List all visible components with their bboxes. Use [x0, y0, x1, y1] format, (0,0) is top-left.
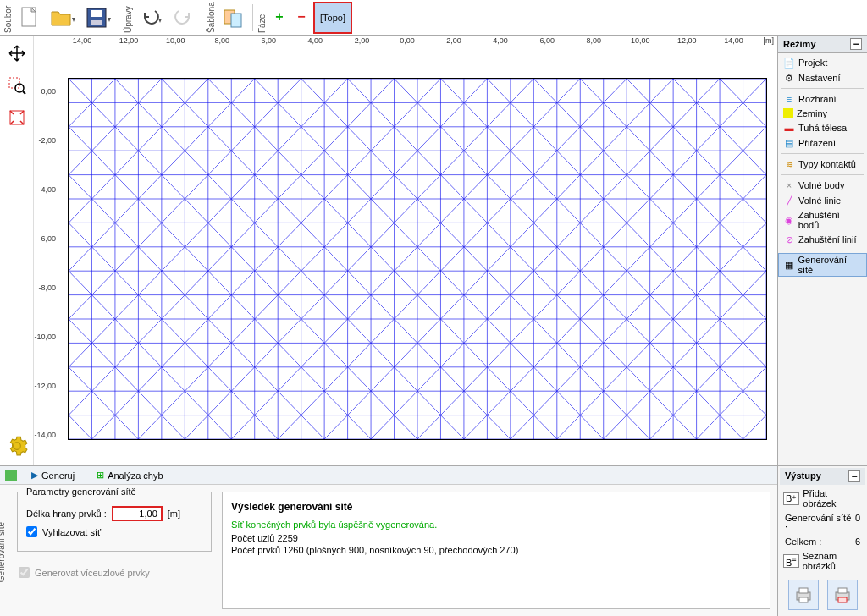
mode-soils[interactable]: Zeminy	[778, 107, 867, 120]
modes-header: Režimy	[783, 39, 816, 49]
edge-length-unit: [m]	[168, 509, 180, 519]
mode-contacts[interactable]: ≋Typy kontaktů	[778, 157, 867, 172]
main-toolbar: Soubor Úpravy Šablona Fáze + − [Topo]	[0, 0, 867, 36]
bottom-panel: ▶Generuj ⊞Analýza chyb Generování sítě P…	[0, 465, 777, 616]
outputs-panel: Výstupy − B⁺Přidat obrázek Generování sí…	[777, 465, 867, 616]
svg-rect-17	[838, 597, 847, 602]
results-title: Výsledek generování sítě	[231, 501, 761, 513]
mode-refine-lines[interactable]: ⊘Zahuštění linií	[778, 232, 867, 247]
svg-rect-14	[799, 597, 808, 602]
smooth-mesh-label: Vyhlazovat síť	[42, 527, 101, 537]
menu-label-template: Šablona	[205, 3, 218, 33]
tab-analysis[interactable]: ⊞Analýza chyb	[89, 467, 170, 483]
remove-phase-button[interactable]: −	[291, 2, 312, 34]
results-box: Výsledek generování sítě Síť konečných p…	[222, 492, 770, 609]
mode-settings[interactable]: ⚙Nastavení	[778, 70, 867, 85]
svg-rect-13	[799, 588, 808, 593]
multinode-checkbox	[19, 567, 30, 578]
results-ok: Síť konečných prvků byla úspěšně vygener…	[231, 520, 761, 530]
mode-mesh-gen[interactable]: ▦Generování sítě	[778, 253, 867, 277]
out-row2-l: Celkem :	[785, 536, 821, 547]
svg-line-10	[23, 91, 25, 94]
image-list-button[interactable]: B≡Seznam obrázků	[780, 549, 865, 573]
canvas-area[interactable]: -14,00-12,00-10,00 -8,00-6,00-4,00 -2,00…	[34, 36, 777, 465]
mode-assign[interactable]: ▤Přiřazení	[778, 135, 867, 151]
svg-rect-3	[91, 20, 102, 25]
mode-free-points[interactable]: ×Volné body	[778, 178, 867, 193]
status-marker-icon	[5, 470, 17, 481]
results-elements: Počet prvků 1260 (plošných 900, nosníkov…	[231, 545, 761, 555]
mesh-display	[68, 78, 767, 440]
ruler-y: 0,00 -2,00 -4,00 -6,00 -8,00 -10,00 -12,…	[34, 49, 58, 465]
menu-label-phase: Fáze	[256, 3, 268, 33]
collapse-outputs-button[interactable]: −	[848, 470, 860, 482]
multinode-label: Generovat víceuzlové prvky	[35, 568, 150, 578]
undo-button[interactable]	[135, 2, 168, 34]
modes-panel: Režimy − 📄Projekt ⚙Nastavení ≡Rozhraní Z…	[777, 36, 867, 465]
pan-tool[interactable]	[4, 41, 30, 66]
menu-label-edit: Úpravy	[122, 3, 135, 33]
tab-generate[interactable]: ▶Generuj	[24, 467, 82, 483]
mode-refine-points[interactable]: ◉Zahuštění bodů	[778, 208, 867, 232]
svg-rect-5	[231, 14, 241, 27]
zoom-extents-tool[interactable]	[4, 105, 30, 130]
out-row1-l: Generování sítě :	[785, 513, 855, 533]
template-button[interactable]	[218, 2, 249, 34]
results-nodes: Počet uzlů 2259	[231, 533, 761, 543]
print-pdf-button[interactable]	[827, 580, 858, 610]
outputs-header: Výstupy	[785, 470, 821, 482]
settings-gear-button[interactable]	[4, 433, 30, 459]
svg-rect-8	[9, 78, 19, 88]
print-button[interactable]	[788, 580, 819, 610]
mode-free-lines[interactable]: ╱Volné linie	[778, 193, 867, 208]
menu-label-file: Soubor	[2, 3, 14, 33]
ruler-x: -14,00-12,00-10,00 -8,00-6,00-4,00 -2,00…	[58, 36, 774, 49]
svg-rect-2	[91, 10, 102, 17]
add-phase-button[interactable]: +	[269, 2, 290, 34]
new-file-button[interactable]	[15, 2, 44, 34]
svg-text:−: −	[297, 12, 305, 24]
mode-project[interactable]: 📄Projekt	[778, 55, 867, 70]
edge-length-input[interactable]	[112, 506, 163, 521]
svg-text:+: +	[275, 12, 283, 24]
left-toolbar	[0, 36, 34, 465]
zoom-window-tool[interactable]	[4, 73, 30, 98]
out-row2-v: 6	[855, 536, 860, 547]
open-file-button[interactable]	[46, 2, 80, 34]
add-image-button[interactable]: B⁺Přidat obrázek	[780, 487, 865, 510]
panel-side-label: Generování sítě	[0, 522, 6, 582]
save-file-button[interactable]	[81, 2, 115, 34]
svg-rect-16	[838, 588, 847, 593]
out-row1-v: 0	[855, 513, 860, 533]
collapse-modes-button[interactable]: −	[850, 38, 862, 50]
mesh-params-group: Parametry generování sítě Délka hrany pr…	[17, 492, 212, 552]
edge-length-label: Délka hrany prvků :	[26, 509, 107, 519]
mode-interfaces[interactable]: ≡Rozhraní	[778, 91, 867, 107]
smooth-mesh-checkbox[interactable]	[26, 526, 37, 537]
mode-rigid[interactable]: ▬Tuhá tělesa	[778, 120, 867, 135]
topo-button[interactable]: [Topo]	[313, 2, 352, 34]
redo-button[interactable]	[169, 2, 198, 34]
